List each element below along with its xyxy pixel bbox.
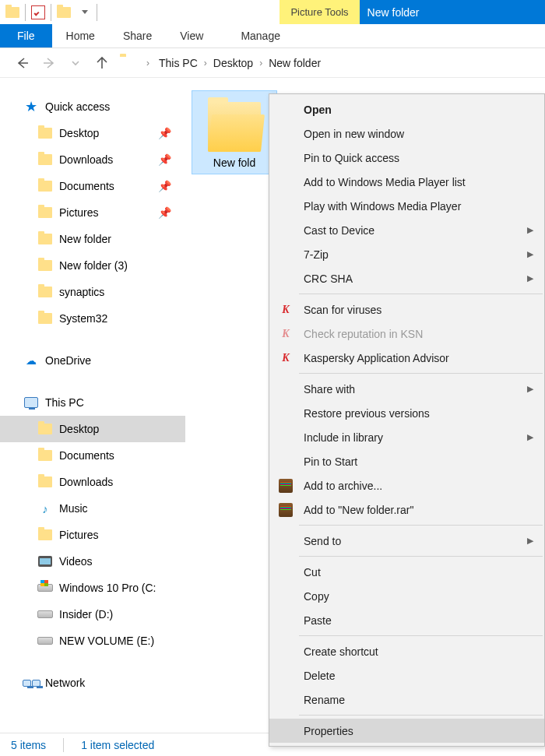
pin-icon: 📌 bbox=[158, 153, 171, 166]
ctx-scan-viruses[interactable]: KScan for viruses bbox=[269, 297, 544, 322]
menu-separator bbox=[299, 556, 543, 557]
menu-separator bbox=[299, 525, 543, 526]
menu-separator bbox=[299, 294, 543, 294]
new-folder-qat-icon[interactable] bbox=[56, 5, 72, 20]
ctx-send-to[interactable]: Send to▶ bbox=[269, 529, 544, 553]
tree-label: Videos bbox=[59, 555, 93, 568]
ctx-add-archive[interactable]: Add to archive... bbox=[269, 473, 544, 498]
back-icon[interactable] bbox=[14, 55, 31, 72]
ctx-open-new-window[interactable]: Open in new window bbox=[269, 121, 544, 146]
tree-item-pictures[interactable]: Pictures bbox=[0, 522, 185, 548]
chevron-right-icon: ▶ bbox=[527, 432, 533, 442]
folder-icon bbox=[203, 96, 265, 152]
ctx-paste[interactable]: Paste bbox=[269, 608, 544, 632]
ctx-play-wmp[interactable]: Play with Windows Media Player bbox=[269, 194, 544, 218]
tree-item-drive-d[interactable]: Insider (D:) bbox=[0, 601, 185, 628]
tree-item-videos[interactable]: Videos bbox=[0, 548, 185, 575]
crumb-desktop[interactable]: Desktop bbox=[213, 57, 253, 69]
status-selection: 1 item selected bbox=[81, 739, 154, 751]
tree-item-music[interactable]: Music bbox=[0, 495, 185, 522]
tree-item-desktop[interactable]: Desktop bbox=[0, 416, 185, 442]
tree-item-drive-e[interactable]: NEW VOLUME (E:) bbox=[0, 628, 185, 654]
drive-icon bbox=[37, 581, 53, 595]
tree-label: synaptics bbox=[59, 286, 104, 298]
cloud-icon: ☁ bbox=[23, 353, 39, 367]
tab-manage[interactable]: Manage bbox=[217, 24, 294, 47]
tree-item-newfolder3-qa[interactable]: New folder (3) bbox=[0, 252, 185, 279]
tree-label: New folder bbox=[59, 233, 111, 245]
chevron-right-icon[interactable]: › bbox=[204, 58, 207, 69]
tree-label: OneDrive bbox=[45, 354, 91, 367]
tree-item-synaptics-qa[interactable]: synaptics bbox=[0, 279, 185, 305]
crumb-this-pc[interactable]: This PC bbox=[159, 57, 198, 69]
menu-separator bbox=[299, 715, 543, 716]
ctx-pin-quick-access[interactable]: Pin to Quick access bbox=[269, 146, 544, 170]
separator-icon bbox=[25, 4, 26, 21]
crumb-new-folder[interactable]: New folder bbox=[269, 57, 321, 69]
ctx-pin-to-start[interactable]: Pin to Start bbox=[269, 449, 544, 473]
tree-group-quick-access: ★ Quick access Desktop📌 Downloads📌 Docum… bbox=[0, 93, 185, 332]
tree-item-desktop-qa[interactable]: Desktop📌 bbox=[0, 120, 185, 146]
breadcrumb[interactable]: This PC › Desktop › New folder bbox=[159, 57, 321, 69]
ctx-kaspersky-advisor[interactable]: KKaspersky Application Advisor bbox=[269, 346, 544, 370]
tree-onedrive[interactable]: ☁ OneDrive bbox=[0, 347, 185, 374]
tab-file[interactable]: File bbox=[0, 24, 52, 47]
ctx-7zip[interactable]: 7-Zip▶ bbox=[269, 242, 544, 266]
tab-share[interactable]: Share bbox=[109, 24, 166, 47]
chevron-right-icon[interactable]: › bbox=[146, 58, 149, 69]
tree-item-system32-qa[interactable]: System32 bbox=[0, 305, 185, 332]
tree-label: System32 bbox=[59, 312, 107, 325]
ctx-open[interactable]: Open bbox=[269, 97, 544, 121]
context-menu: Open Open in new window Pin to Quick acc… bbox=[269, 93, 545, 747]
winrar-icon bbox=[279, 503, 293, 517]
tree-item-pictures-qa[interactable]: Pictures📌 bbox=[0, 199, 185, 226]
tree-label: This PC bbox=[45, 396, 84, 409]
folder-icon bbox=[37, 448, 53, 462]
tree-item-documents-qa[interactable]: Documents📌 bbox=[0, 173, 185, 199]
tree-this-pc[interactable]: This PC bbox=[0, 389, 185, 416]
ctx-properties[interactable]: Properties bbox=[269, 719, 544, 743]
forward-icon[interactable] bbox=[40, 55, 58, 72]
ctx-rename[interactable]: Rename bbox=[269, 687, 544, 712]
tree-item-documents[interactable]: Documents bbox=[0, 442, 185, 469]
pin-icon: 📌 bbox=[158, 127, 171, 139]
music-icon bbox=[37, 501, 53, 515]
ctx-create-shortcut[interactable]: Create shortcut bbox=[269, 639, 544, 663]
up-icon[interactable] bbox=[93, 55, 111, 72]
recent-dropdown-icon[interactable] bbox=[67, 55, 84, 72]
tree-item-drive-c[interactable]: Windows 10 Pro (C: bbox=[0, 575, 185, 601]
address-folder-icon bbox=[120, 56, 137, 70]
file-item-label: New fold bbox=[195, 156, 273, 169]
video-icon bbox=[37, 554, 53, 568]
properties-qat-icon[interactable] bbox=[30, 5, 46, 20]
star-icon: ★ bbox=[23, 100, 39, 114]
ctx-add-wmp-list[interactable]: Add to Windows Media Player list bbox=[269, 170, 544, 194]
ctx-share-with[interactable]: Share with▶ bbox=[269, 377, 544, 401]
file-item-new-folder[interactable]: New fold bbox=[192, 90, 277, 174]
qat-dropdown-icon[interactable] bbox=[76, 5, 92, 20]
tree-item-downloads[interactable]: Downloads bbox=[0, 469, 185, 495]
tree-item-downloads-qa[interactable]: Downloads📌 bbox=[0, 146, 185, 173]
ctx-restore-previous[interactable]: Restore previous versions bbox=[269, 401, 544, 425]
chevron-right-icon[interactable]: › bbox=[259, 58, 262, 69]
ctx-cast-to-device[interactable]: Cast to Device▶ bbox=[269, 218, 544, 242]
kaspersky-icon: K bbox=[279, 303, 293, 317]
ctx-delete[interactable]: Delete bbox=[269, 663, 544, 687]
ctx-include-library[interactable]: Include in library▶ bbox=[269, 425, 544, 449]
ctx-crc-sha[interactable]: CRC SHA▶ bbox=[269, 266, 544, 290]
ctx-cut[interactable]: Cut bbox=[269, 560, 544, 584]
folder-icon bbox=[37, 179, 53, 193]
tree-label: New folder (3) bbox=[59, 259, 128, 272]
folder-icon bbox=[37, 153, 53, 167]
tab-view[interactable]: View bbox=[166, 24, 217, 47]
tree-network[interactable]: Network bbox=[0, 670, 185, 696]
ctx-copy[interactable]: Copy bbox=[269, 584, 544, 608]
tab-home[interactable]: Home bbox=[52, 24, 109, 47]
tree-label: Documents bbox=[59, 449, 114, 462]
folder-icon bbox=[5, 5, 20, 20]
tree-item-newfolder-qa[interactable]: New folder bbox=[0, 226, 185, 252]
tree-quick-access[interactable]: ★ Quick access bbox=[0, 93, 185, 120]
navigation-pane: ★ Quick access Desktop📌 Downloads📌 Docum… bbox=[0, 78, 185, 733]
folder-icon bbox=[37, 422, 53, 436]
ctx-add-to-rar[interactable]: Add to "New folder.rar" bbox=[269, 498, 544, 522]
